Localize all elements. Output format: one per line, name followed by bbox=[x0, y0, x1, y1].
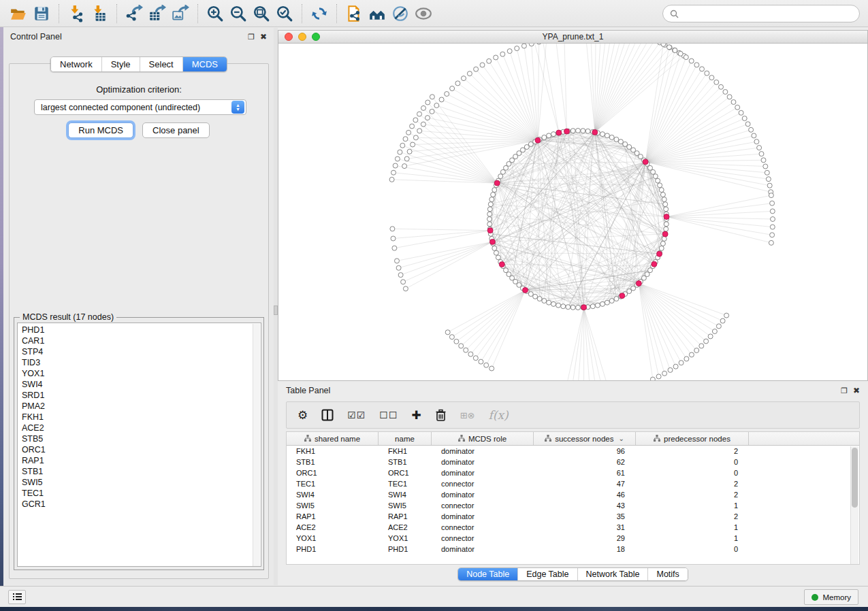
result-node-item[interactable]: GCR1 bbox=[22, 499, 261, 510]
result-node-item[interactable]: PHD1 bbox=[22, 325, 261, 335]
cell-name: ORC1 bbox=[379, 469, 432, 477]
style-toggle-icon[interactable] bbox=[389, 3, 412, 24]
result-node-item[interactable]: FKH1 bbox=[22, 412, 261, 423]
apply-layout-icon[interactable] bbox=[308, 3, 331, 24]
float-panel-icon[interactable]: ❐ bbox=[248, 33, 255, 41]
cell-shared_name: PHD1 bbox=[287, 545, 379, 553]
result-node-item[interactable]: SWI5 bbox=[22, 477, 261, 488]
result-scrollbar[interactable] bbox=[253, 324, 260, 567]
tab-select[interactable]: Select bbox=[140, 57, 183, 71]
cell-successors: 35 bbox=[534, 512, 636, 521]
table-row[interactable]: STB1STB1dominator620 bbox=[287, 457, 859, 467]
network-graph[interactable] bbox=[278, 44, 867, 380]
search-box[interactable] bbox=[662, 5, 860, 22]
table-row[interactable]: ORC1ORC1dominator610 bbox=[287, 467, 859, 478]
columns-icon[interactable] bbox=[321, 409, 334, 421]
close-panel-button[interactable]: Close panel bbox=[142, 122, 210, 138]
mcds-panel: NetworkStyleSelectMCDS Optimization crit… bbox=[9, 63, 269, 579]
new-network-icon[interactable] bbox=[342, 3, 366, 24]
import-table-icon[interactable] bbox=[88, 3, 111, 24]
tab-network-table[interactable]: Network Table bbox=[578, 568, 649, 580]
cell-shared_name: YOX1 bbox=[287, 534, 379, 542]
result-node-item[interactable]: TID3 bbox=[22, 357, 261, 368]
node-table: shared namenameMCDS rolesuccessor nodes⌄… bbox=[286, 431, 860, 565]
cell-role: dominator bbox=[432, 447, 534, 455]
tab-edge-table[interactable]: Edge Table bbox=[518, 568, 577, 580]
result-node-item[interactable]: TEC1 bbox=[22, 488, 261, 499]
table-row[interactable]: YOX1YOX1connector291 bbox=[287, 533, 859, 544]
table-scrollbar[interactable] bbox=[850, 446, 858, 565]
gear-icon[interactable]: ⚙ bbox=[298, 408, 308, 423]
table-row[interactable]: SWI5SWI5connector431 bbox=[287, 500, 859, 511]
add-icon[interactable]: ✚ bbox=[411, 408, 421, 423]
task-history-button[interactable] bbox=[8, 590, 26, 604]
cell-shared_name: FKH1 bbox=[287, 447, 379, 455]
tab-motifs[interactable]: Motifs bbox=[648, 568, 687, 580]
column-header-predecessor-nodes[interactable]: predecessor nodes bbox=[636, 432, 749, 445]
table-row[interactable]: PHD1PHD1dominator180 bbox=[287, 544, 859, 555]
column-header-MCDS-role[interactable]: MCDS role bbox=[432, 432, 534, 445]
column-header-successor-nodes[interactable]: successor nodes⌄ bbox=[534, 432, 636, 445]
search-input[interactable] bbox=[683, 9, 852, 18]
show-hide-icon[interactable] bbox=[412, 3, 435, 24]
optimization-dropdown[interactable]: largest connected component (undirected)… bbox=[34, 99, 246, 115]
cell-role: dominator bbox=[432, 458, 534, 466]
result-node-item[interactable]: STP4 bbox=[22, 346, 261, 357]
table-row[interactable]: SWI4SWI4dominator462 bbox=[287, 489, 859, 500]
table-scrollbar-thumb[interactable] bbox=[852, 448, 858, 508]
table-row[interactable]: RAP1RAP1dominator352 bbox=[287, 511, 859, 522]
column-header-shared-name[interactable]: shared name bbox=[287, 432, 379, 445]
tab-mcds[interactable]: MCDS bbox=[183, 57, 227, 71]
optimization-label: Optimization criterion: bbox=[10, 84, 268, 95]
deselect-all-icon[interactable]: ☐☐ bbox=[379, 410, 398, 420]
zoom-out-icon[interactable] bbox=[227, 3, 250, 24]
table-row[interactable]: TEC1TEC1connector472 bbox=[287, 478, 859, 489]
close-panel-icon[interactable]: ✖ bbox=[260, 33, 267, 41]
cell-predecessors: 2 bbox=[636, 447, 749, 455]
select-all-icon[interactable]: ☑☑ bbox=[347, 410, 366, 420]
network-canvas[interactable] bbox=[278, 44, 867, 380]
import-network-icon[interactable] bbox=[65, 3, 88, 24]
result-node-item[interactable]: CAR1 bbox=[22, 335, 261, 346]
memory-button[interactable]: Memory bbox=[804, 589, 858, 605]
mcds-result-list[interactable]: PHD1CAR1STP4TID3YOX1SWI4SRD1PMA2FKH1ACE2… bbox=[17, 323, 261, 567]
tab-style[interactable]: Style bbox=[102, 57, 140, 71]
cell-successors: 61 bbox=[534, 469, 636, 477]
cell-shared_name: TEC1 bbox=[287, 480, 379, 488]
neighbors-icon[interactable] bbox=[366, 3, 389, 24]
float-table-panel-icon[interactable]: ❐ bbox=[841, 386, 848, 395]
result-node-item[interactable]: PMA2 bbox=[22, 401, 261, 412]
result-node-item[interactable]: STB1 bbox=[22, 466, 261, 477]
delete-icon[interactable] bbox=[435, 409, 447, 422]
result-node-item[interactable]: SWI4 bbox=[22, 379, 261, 390]
tab-node-table[interactable]: Node Table bbox=[458, 568, 518, 580]
result-node-item[interactable]: YOX1 bbox=[22, 368, 261, 379]
close-table-panel-icon[interactable]: ✖ bbox=[853, 386, 860, 395]
save-session-icon[interactable] bbox=[30, 3, 53, 24]
zoom-selected-icon[interactable] bbox=[273, 3, 296, 24]
result-node-item[interactable]: SRD1 bbox=[22, 390, 261, 401]
table-panel: Table Panel ❐ ✖ ⚙☑☑☐☐✚⊞⊗f(x) shared name… bbox=[278, 382, 868, 585]
cell-role: connector bbox=[432, 523, 534, 531]
tab-network[interactable]: Network bbox=[51, 57, 102, 71]
result-node-item[interactable]: ACE2 bbox=[22, 423, 261, 433]
open-file-icon[interactable] bbox=[7, 3, 30, 24]
run-mcds-button[interactable]: Run MCDS bbox=[68, 122, 133, 138]
optimization-dropdown-value: largest connected component (undirected) bbox=[35, 103, 231, 112]
toolbar-separator bbox=[197, 4, 198, 23]
table-row[interactable]: FKH1FKH1dominator962 bbox=[287, 446, 859, 457]
table-row[interactable]: ACE2ACE2connector311 bbox=[287, 522, 859, 533]
cell-successors: 62 bbox=[534, 458, 636, 466]
hierarchy-icon bbox=[458, 435, 465, 443]
column-header-name[interactable]: name bbox=[379, 432, 432, 445]
network-titlebar[interactable]: YPA_prune.txt_1 bbox=[278, 31, 867, 44]
result-node-item[interactable]: STB5 bbox=[22, 433, 261, 444]
result-node-item[interactable]: RAP1 bbox=[22, 455, 261, 466]
export-table-icon[interactable] bbox=[146, 3, 169, 24]
zoom-in-icon[interactable] bbox=[204, 3, 227, 24]
export-network-icon[interactable] bbox=[123, 3, 146, 24]
zoom-fit-icon[interactable] bbox=[250, 3, 273, 24]
result-node-item[interactable]: ORC1 bbox=[22, 444, 261, 455]
table-header-row: shared namenameMCDS rolesuccessor nodes⌄… bbox=[287, 432, 859, 446]
export-image-icon[interactable] bbox=[169, 3, 192, 24]
